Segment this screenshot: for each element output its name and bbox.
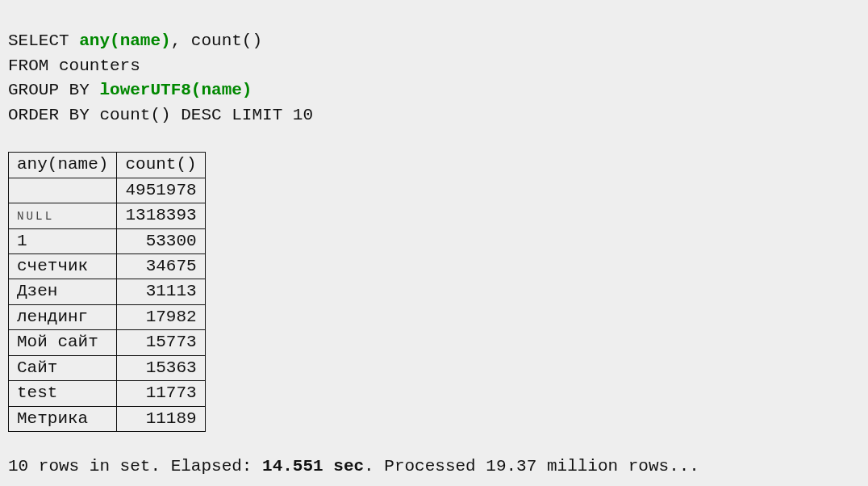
cell-count: 15773: [117, 330, 205, 355]
table-row: Сайт15363: [9, 355, 206, 380]
column-header-name: any(name): [9, 153, 117, 178]
cell-name: NULL: [9, 203, 117, 228]
cell-count: 15363: [117, 355, 205, 380]
cell-name: Метрика: [9, 406, 117, 431]
table-row: Дзен31113: [9, 279, 206, 304]
sql-line-2: FROM counters: [8, 57, 140, 75]
sql-line-4: ORDER BY count() DESC LIMIT 10: [8, 106, 313, 124]
cell-count: 31113: [117, 279, 205, 304]
sql-line-1: SELECT any(name), count(): [8, 31, 262, 50]
cell-name: [9, 178, 117, 203]
cell-name: test: [9, 381, 117, 406]
column-header-count: count(): [117, 153, 205, 178]
cell-name: лендинг: [9, 304, 117, 329]
cell-count: 1318393: [117, 203, 205, 228]
sql-line-3: GROUP BY lowerUTF8(name): [8, 81, 252, 99]
table-row: счетчик34675: [9, 253, 206, 279]
cell-count: 53300: [117, 228, 205, 253]
table-row: NULL1318393: [9, 203, 206, 228]
result-footer: 10 rows in set. Elapsed: 14.551 sec. Pro…: [8, 455, 860, 479]
cell-name: Мой сайт: [9, 330, 117, 355]
cell-count: 34675: [117, 253, 205, 279]
sql-query: SELECT any(name), count() FROM counters …: [8, 5, 860, 128]
cell-count: 17982: [117, 304, 205, 329]
table-row: лендинг17982: [9, 304, 206, 329]
cell-count: 4951978: [117, 178, 205, 203]
cell-name: 1: [9, 228, 117, 253]
cell-name: Дзен: [9, 279, 117, 304]
table-row: 153300: [9, 228, 206, 253]
cell-name: счетчик: [9, 253, 117, 279]
cell-count: 11189: [117, 406, 205, 431]
cell-name: Сайт: [9, 355, 117, 380]
result-table: any(name) count() 4951978NULL13183931533…: [8, 152, 206, 432]
table-row: Мой сайт15773: [9, 330, 206, 355]
table-row: test11773: [9, 381, 206, 406]
table-row: Метрика11189: [9, 406, 206, 431]
table-row: 4951978: [9, 178, 206, 203]
cell-count: 11773: [117, 381, 205, 406]
